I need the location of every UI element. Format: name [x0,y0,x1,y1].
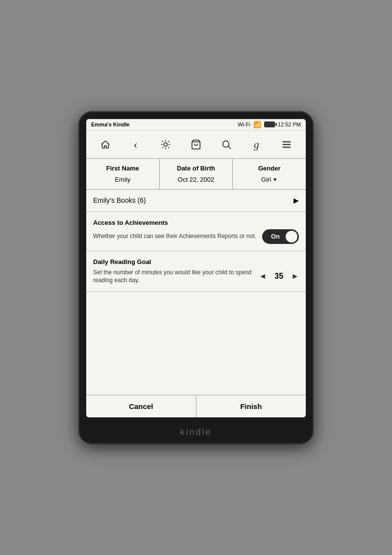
content-spacer [86,292,306,394]
cancel-button[interactable]: Cancel [86,395,196,417]
back-icon[interactable]: ‹ [127,136,145,153]
svg-line-11 [228,146,231,149]
dob-label: Date of Birth [165,165,228,172]
cart-icon[interactable] [187,136,205,153]
increment-button[interactable]: ► [291,272,299,281]
battery-icon [264,121,275,127]
svg-line-7 [162,147,163,148]
dob-value[interactable]: Oct 22, 2002 [165,176,228,183]
svg-line-8 [168,141,169,142]
achievements-description: Whether your child can see their Achieve… [93,232,257,241]
kindle-brand-label: kindle [180,427,212,437]
reading-goal-stepper: ◄ 35 ► [259,272,299,281]
first-name-value[interactable]: Emily [91,176,154,183]
goodreads-icon[interactable]: g [247,136,265,153]
svg-line-3 [162,141,163,142]
light-icon[interactable] [157,136,174,153]
profile-table: First Name Emily Date of Birth Oct 22, 2… [86,159,306,190]
status-right: Wi-Fi 📶 12:52 PM [238,121,301,128]
svg-line-4 [168,147,169,148]
toggle-knob [286,231,297,242]
decrement-button[interactable]: ◄ [259,272,267,281]
device-name: Emma's Kindle [91,121,129,127]
gender-label: Gender [238,165,301,172]
books-section-label: Emily's Books (6) [93,196,146,204]
achievements-toggle[interactable]: On [262,229,299,244]
first-name-label: First Name [91,165,154,172]
search-icon[interactable] [218,136,235,153]
bottom-bar: Cancel Finish [86,395,306,417]
achievements-block: Access to Achievements Whether your chil… [86,212,306,251]
nav-bar: ‹ [86,131,306,159]
svg-point-0 [164,143,168,146]
toggle-on-label: On [267,233,284,240]
status-bar: Emma's Kindle Wi-Fi 📶 12:52 PM [86,119,306,131]
reading-goal-row: Set the number of minutes you would like… [93,268,299,285]
reading-goal-block: Daily Reading Goal Set the number of min… [86,251,306,292]
books-section-arrow: ▶ [294,196,299,205]
books-section-item[interactable]: Emily's Books (6) ▶ [86,190,306,212]
reading-goal-value: 35 [271,272,286,281]
home-icon[interactable] [97,136,114,153]
time-display: 12:52 PM [278,121,301,127]
first-name-col: First Name Emily [86,159,160,189]
achievements-title: Access to Achievements [93,219,299,226]
dob-col: Date of Birth Oct 22, 2002 [160,159,233,189]
reading-goal-description: Set the number of minutes you would like… [93,268,254,285]
kindle-device: Emma's Kindle Wi-Fi 📶 12:52 PM ‹ [78,111,314,444]
wifi-icon: 📶 [253,121,261,128]
gender-col: Gender Girl ▼ [233,159,306,189]
svg-point-10 [222,141,229,147]
content-area: First Name Emily Date of Birth Oct 22, 2… [86,159,306,417]
gender-value[interactable]: Girl ▼ [238,176,301,183]
wifi-label: Wi-Fi [238,121,250,127]
screen: Emma's Kindle Wi-Fi 📶 12:52 PM ‹ [86,119,306,417]
gender-dropdown-icon: ▼ [272,177,277,182]
reading-goal-title: Daily Reading Goal [93,258,299,265]
achievements-row: Whether your child can see their Achieve… [93,229,299,244]
finish-button[interactable]: Finish [196,395,306,417]
menu-icon[interactable] [278,136,295,153]
